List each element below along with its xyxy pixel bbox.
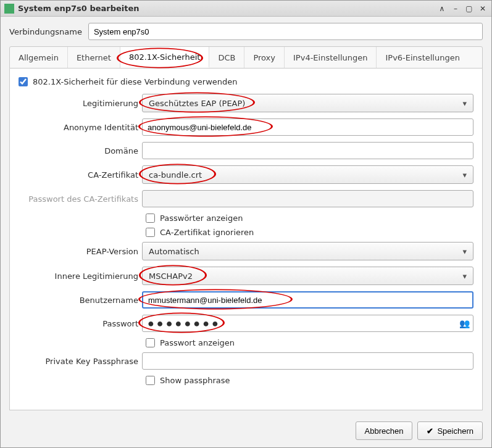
use-8021x-label: 802.1X-Sicherheit für diese Verbindung v…: [33, 77, 238, 86]
ca-cert-label: CA-Zertifikat: [19, 170, 142, 180]
minimize-icon[interactable]: –: [451, 4, 461, 14]
cancel-button[interactable]: Abbrechen: [356, 421, 413, 440]
window: System enp7s0 bearbeiten ∧ – ▢ ✕ Verbind…: [0, 0, 492, 448]
username-input[interactable]: [142, 291, 473, 309]
show-password-label: Passwort anzeigen: [160, 338, 235, 347]
save-button[interactable]: ✔ Speichern: [417, 421, 483, 440]
use-8021x-checkbox[interactable]: [19, 77, 28, 86]
close-icon[interactable]: ✕: [478, 4, 488, 14]
show-passphrase-label: Show passphrase: [160, 376, 230, 385]
connection-name-input[interactable]: [88, 23, 483, 40]
maximize-icon[interactable]: ▢: [464, 4, 474, 14]
dialog-buttons: Abbrechen ✔ Speichern: [1, 417, 491, 447]
tab-ipv4[interactable]: IPv4-Einstellungen: [285, 47, 377, 68]
tabpanel-8021x: 802.1X-Sicherheit für diese Verbindung v…: [9, 68, 483, 410]
ignore-ca-checkbox[interactable]: [146, 228, 155, 237]
window-title: System enp7s0 bearbeiten: [18, 4, 140, 13]
tab-proxy[interactable]: Proxy: [244, 47, 285, 68]
show-passphrase-checkbox[interactable]: [146, 376, 155, 385]
ca-cert-pw-label: Passwort des CA-Zertifikats: [19, 194, 142, 204]
ca-cert-pw-input: [142, 190, 473, 207]
show-password-checkbox[interactable]: [146, 338, 155, 347]
private-key-label: Private Key Passphrase: [19, 357, 142, 366]
use-8021x-row: 802.1X-Sicherheit für diese Verbindung v…: [19, 77, 473, 86]
check-icon: ✔: [427, 426, 433, 436]
rollup-icon[interactable]: ∧: [437, 4, 447, 14]
show-passwords-label: Passwörter anzeigen: [160, 214, 243, 223]
tabstrip: Allgemein Ethernet 802.1X-Sicherheit DCB…: [9, 46, 483, 68]
password-users-icon[interactable]: 👥: [459, 318, 470, 328]
tab-ipv6[interactable]: IPv6-Einstellungen: [377, 47, 468, 68]
inner-auth-label: Innere Legitimierung: [19, 272, 142, 281]
inner-auth-combo[interactable]: MSCHAPv2: [142, 267, 473, 285]
show-passwords-checkbox[interactable]: [146, 214, 155, 223]
anon-identity-input[interactable]: [142, 118, 473, 136]
tab-allgemein[interactable]: Allgemein: [10, 47, 68, 68]
ca-cert-combo[interactable]: ca-bundle.crt: [142, 165, 473, 184]
peap-version-combo[interactable]: Automatisch: [142, 242, 473, 260]
password-label: Passwort: [19, 319, 142, 328]
domain-input[interactable]: [142, 142, 473, 159]
auth-label: Legitimierung: [19, 99, 142, 108]
ignore-ca-label: CA-Zertifikat ignorieren: [160, 228, 254, 237]
password-input[interactable]: ●●●●●●●●: [142, 315, 473, 332]
anon-label: Anonyme Identität: [19, 123, 142, 132]
peap-version-label: PEAP-Version: [19, 247, 142, 256]
tab-ethernet[interactable]: Ethernet: [68, 47, 120, 68]
titlebar: System enp7s0 bearbeiten ∧ – ▢ ✕: [1, 1, 491, 17]
connection-name-row: Verbindungsname: [1, 17, 491, 46]
app-icon: [4, 4, 14, 14]
private-key-input[interactable]: [142, 352, 473, 370]
tab-dcb[interactable]: DCB: [209, 47, 244, 68]
username-label: Benutzername: [19, 296, 142, 305]
domain-label: Domäne: [19, 146, 142, 156]
connection-name-label: Verbindungsname: [9, 27, 82, 36]
tab-8021x-sicherheit[interactable]: 802.1X-Sicherheit: [120, 47, 209, 68]
auth-combo[interactable]: Geschütztes EAP (PEAP): [142, 94, 473, 112]
